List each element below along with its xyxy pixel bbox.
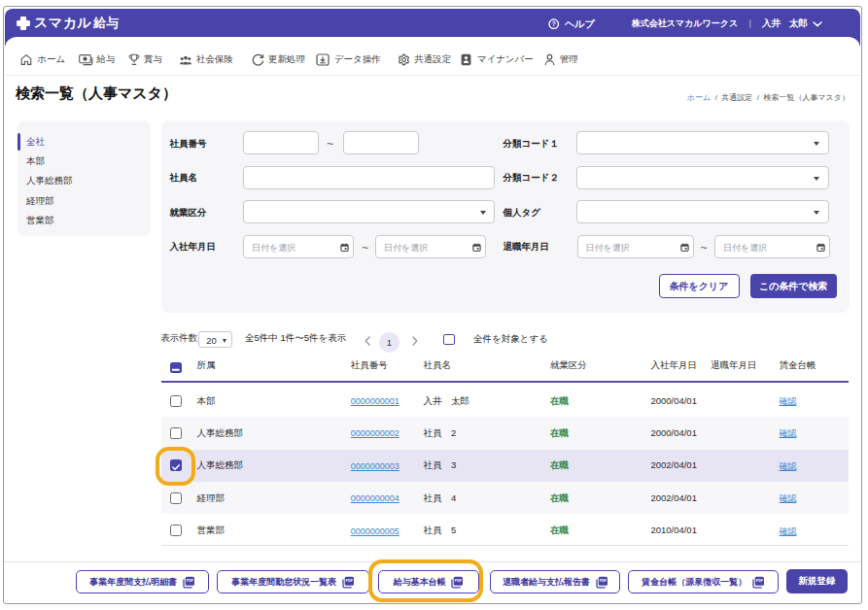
svg-text:?: ? [552, 20, 556, 28]
svg-text:PDF: PDF [346, 579, 354, 583]
svg-text:PDF: PDF [187, 579, 194, 583]
svg-text:PDF: PDF [756, 579, 764, 583]
svg-text:PDF: PDF [599, 579, 607, 583]
